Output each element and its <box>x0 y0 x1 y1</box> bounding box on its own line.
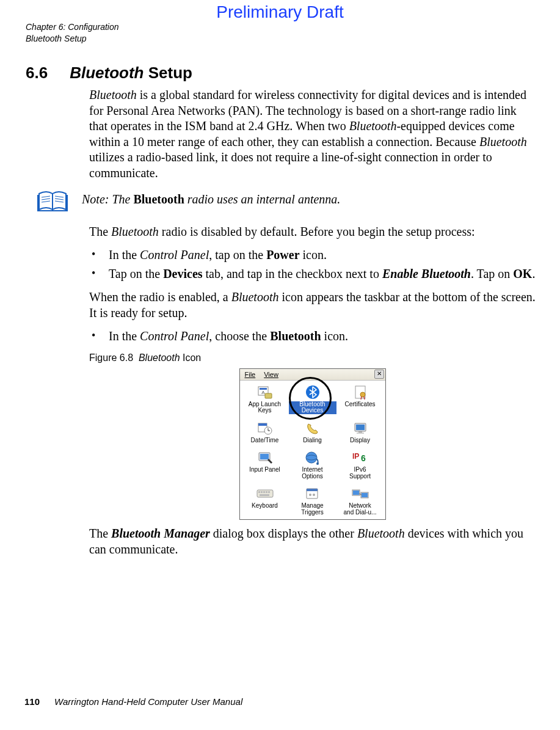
cp-item-keyboard[interactable]: Keyboard <box>241 484 289 518</box>
intro-paragraph: Bluetooth is a global standard for wirel… <box>89 87 536 181</box>
section-title-rest: Setup <box>144 64 192 82</box>
svg-rect-21 <box>357 433 364 434</box>
control-panel-grid: A App LaunchKeys BluetoothDevices <box>241 383 384 519</box>
cp-item-display[interactable]: Display <box>336 419 384 447</box>
section-heading: 6.6Bluetooth Setup <box>24 64 536 82</box>
cp-item-label: BluetoothDevices <box>289 401 336 414</box>
menu-file[interactable]: File <box>241 370 260 379</box>
page-number: 110 <box>24 696 40 707</box>
svg-rect-23 <box>260 454 269 459</box>
menu-view[interactable]: View <box>260 370 282 379</box>
control-panel-grid-wrap: A App LaunchKeys BluetoothDevices <box>240 381 385 520</box>
svg-rect-32 <box>266 491 267 493</box>
date-time-icon <box>256 420 274 436</box>
bluetooth-icon <box>304 384 322 400</box>
footer: 110Warrington Hand-Held Computer User Ma… <box>24 696 242 707</box>
cp-item-label: Date/Time <box>241 437 289 444</box>
setup-body: The Bluetooth radio is disabled by defau… <box>89 224 536 558</box>
bullet-choose-bluetooth: In the Control Panel, choose the Bluetoo… <box>89 328 536 345</box>
svg-rect-9 <box>265 393 272 398</box>
svg-rect-33 <box>268 491 270 493</box>
keyboard-icon <box>256 486 274 502</box>
section-title-italic: Bluetooth <box>70 64 144 82</box>
cp-item-label: Input Panel <box>241 467 289 473</box>
input-panel-icon <box>256 450 274 465</box>
svg-point-24 <box>306 452 317 463</box>
cp-item-date-time[interactable]: Date/Time <box>241 419 289 447</box>
manage-triggers-icon <box>304 486 322 502</box>
svg-rect-42 <box>362 493 368 497</box>
cp-item-app-launch-keys[interactable]: A App LaunchKeys <box>241 383 289 417</box>
setup-bullets-1: In the Control Panel, tap on the Power i… <box>89 247 536 282</box>
note-text: Note: The Bluetooth radio uses an intern… <box>82 189 340 207</box>
svg-point-38 <box>313 494 315 496</box>
cp-item-label: InternetOptions <box>289 467 336 480</box>
cp-item-label: Certificates <box>336 401 384 408</box>
ipv6-icon: IP6 <box>351 450 369 465</box>
network-dialup-icon <box>351 486 369 502</box>
svg-rect-31 <box>263 491 265 493</box>
cp-item-dialing[interactable]: Dialing <box>289 419 336 447</box>
setup-bullets-2: In the Control Panel, choose the Bluetoo… <box>89 328 536 345</box>
svg-rect-29 <box>258 491 260 493</box>
svg-rect-28 <box>257 490 273 497</box>
svg-rect-20 <box>358 431 362 433</box>
svg-rect-30 <box>261 491 263 493</box>
cp-item-label: Networkand Dial-u... <box>336 503 384 516</box>
dialing-icon <box>304 420 322 436</box>
menubar: File View ✕ <box>240 369 385 381</box>
cp-item-label: ManageTriggers <box>289 503 336 516</box>
footer-title: Warrington Hand-Held Computer User Manua… <box>54 696 242 707</box>
page: Preliminary Draft Chapter 6: Configurati… <box>0 0 560 730</box>
cp-item-manage-triggers[interactable]: ManageTriggers <box>289 484 336 518</box>
close-button[interactable]: ✕ <box>374 370 384 379</box>
certificates-icon <box>351 384 369 400</box>
svg-point-37 <box>309 494 311 496</box>
svg-rect-34 <box>260 494 269 496</box>
app-launch-keys-icon: A <box>256 384 274 400</box>
cp-item-ipv6-support[interactable]: IP6 IPv6Support <box>336 448 384 482</box>
svg-rect-36 <box>307 489 318 491</box>
book-icon <box>35 189 71 213</box>
cp-item-internet-options[interactable]: InternetOptions <box>289 448 336 482</box>
svg-rect-40 <box>353 491 359 495</box>
svg-text:IP: IP <box>352 452 359 461</box>
setup-intro: The Bluetooth radio is disabled by defau… <box>89 224 536 240</box>
section-number: 6.6 <box>26 64 48 82</box>
cp-item-bluetooth-devices[interactable]: BluetoothDevices <box>289 383 336 417</box>
preliminary-draft-watermark: Preliminary Draft <box>0 2 560 22</box>
svg-point-12 <box>360 392 365 397</box>
body: Bluetooth is a global standard for wirel… <box>89 87 536 181</box>
svg-point-25 <box>316 462 319 465</box>
cp-item-label: IPv6Support <box>336 467 384 480</box>
cp-item-network-dialup[interactable]: Networkand Dial-u... <box>336 484 384 518</box>
bullet-devices-tab: Tap on the Devices tab, and tap in the c… <box>89 266 536 282</box>
figure-area: File View ✕ A App LaunchKeys <box>89 368 536 520</box>
cp-item-label: Keyboard <box>241 503 289 509</box>
bullet-power-icon: In the Control Panel, tap on the Power i… <box>89 247 536 263</box>
control-panel-window: File View ✕ A App LaunchKeys <box>239 368 386 520</box>
cp-item-label: Dialing <box>289 437 336 444</box>
running-head-topic: Bluetooth Setup <box>26 34 536 45</box>
svg-text:6: 6 <box>361 453 366 463</box>
svg-text:A: A <box>261 390 265 395</box>
close-icon: ✕ <box>377 370 382 377</box>
figure-caption: Figure 6.8 Bluetooth Icon <box>89 352 536 364</box>
cp-item-label: Display <box>336 437 384 444</box>
cp-item-certificates[interactable]: Certificates <box>336 383 384 417</box>
cp-item-input-panel[interactable]: Input Panel <box>241 448 289 482</box>
note-block: Note: The Bluetooth radio uses an intern… <box>35 189 536 213</box>
svg-rect-14 <box>258 423 267 426</box>
cp-item-label: App LaunchKeys <box>241 401 289 414</box>
display-icon <box>351 420 369 436</box>
svg-rect-19 <box>356 425 365 430</box>
running-head-chapter: Chapter 6: Configuration <box>26 22 536 33</box>
internet-options-icon <box>304 450 322 465</box>
radio-enabled-paragraph: When the radio is enabled, a Bluetooth i… <box>89 290 536 321</box>
closing-paragraph: The Bluetooth Manager dialog box display… <box>89 526 536 557</box>
